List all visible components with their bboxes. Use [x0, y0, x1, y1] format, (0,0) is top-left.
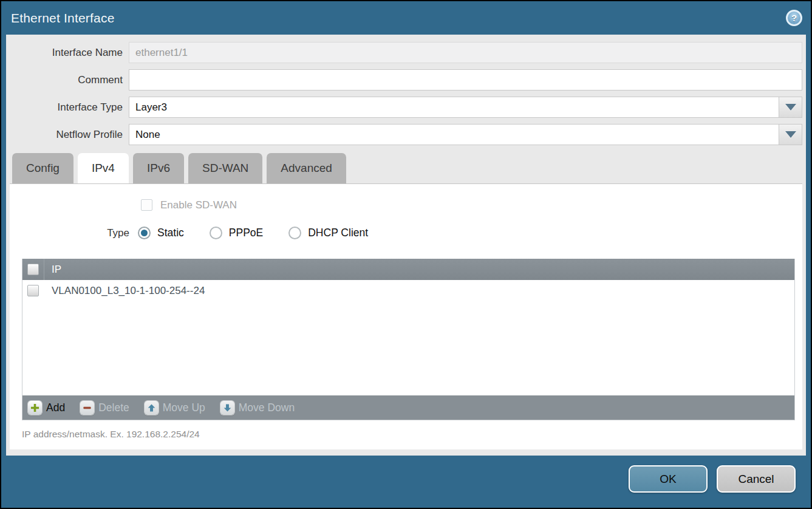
- enable-sdwan-checkbox[interactable]: [141, 199, 152, 211]
- delete-button-label: Delete: [98, 401, 129, 414]
- enable-sdwan-row: Enable SD-WAN: [141, 199, 802, 211]
- select-all-checkbox[interactable]: [27, 264, 39, 275]
- header-checkbox-cell: [22, 259, 44, 280]
- form-row-interface-name: Interface Name: [10, 42, 802, 63]
- interface-type-dropdown-button[interactable]: [779, 97, 802, 117]
- tab-config[interactable]: Config: [12, 153, 73, 183]
- interface-name-fieldwrap: [129, 42, 802, 63]
- ip-table-header: IP: [22, 259, 794, 280]
- radio-pppoe-label: PPPoE: [229, 227, 263, 239]
- ok-button[interactable]: OK: [629, 465, 708, 493]
- ip-table-toolbar: Add Delete Move Up: [22, 395, 794, 420]
- dialog-footer: OK Cancel: [1, 456, 811, 508]
- row-checkbox-cell: [22, 285, 44, 296]
- radio-static-control[interactable]: [138, 227, 151, 239]
- type-label: Type: [10, 227, 129, 239]
- add-button[interactable]: Add: [28, 401, 65, 415]
- minus-icon: [80, 401, 94, 415]
- ethernet-interface-dialog: Ethernet Interface ? Interface Name Comm…: [0, 0, 812, 509]
- dialog-title: Ethernet Interface: [11, 11, 115, 26]
- radio-dhcp-client-label: DHCP Client: [308, 227, 368, 239]
- tab-bar: Config IPv4 IPv6 SD-WAN Advanced: [12, 153, 802, 183]
- form-row-netflow-profile: Netflow Profile None: [10, 124, 802, 145]
- dialog-content: Interface Name Comment Interface Type La…: [6, 35, 806, 456]
- enable-sdwan-label: Enable SD-WAN: [160, 199, 237, 211]
- ipv4-tab-panel: Enable SD-WAN Type Static PPPoE DHCP Cli…: [10, 183, 802, 449]
- plus-icon: [28, 401, 42, 415]
- tab-ipv6[interactable]: IPv6: [133, 153, 184, 183]
- interface-name-label: Interface Name: [10, 47, 123, 59]
- interface-type-label: Interface Type: [10, 101, 123, 114]
- move-up-button-label: Move Up: [163, 401, 205, 414]
- ip-column-header: IP: [44, 264, 61, 276]
- ip-table: IP VLAN0100_L3_10-1-100-254--24: [22, 259, 795, 420]
- form-row-interface-type: Interface Type Layer3: [10, 97, 802, 118]
- move-down-button-label: Move Down: [239, 401, 295, 414]
- row-checkbox[interactable]: [27, 285, 39, 296]
- tab-sdwan[interactable]: SD-WAN: [188, 153, 262, 183]
- chevron-down-icon: [785, 104, 796, 111]
- cancel-button[interactable]: Cancel: [717, 465, 796, 493]
- arrow-up-icon: [145, 401, 159, 415]
- netflow-profile-label: Netflow Profile: [10, 129, 123, 141]
- form-row-comment: Comment: [10, 69, 802, 91]
- table-row[interactable]: VLAN0100_L3_10-1-100-254--24: [22, 280, 794, 301]
- tab-advanced[interactable]: Advanced: [267, 153, 346, 183]
- tab-ipv4[interactable]: IPv4: [78, 153, 129, 183]
- radio-pppoe-control[interactable]: [210, 227, 222, 239]
- delete-button[interactable]: Delete: [80, 401, 129, 415]
- ip-table-body: VLAN0100_L3_10-1-100-254--24: [22, 280, 794, 395]
- interface-type-combobox[interactable]: Layer3: [129, 97, 802, 118]
- chevron-down-icon: [785, 131, 796, 138]
- help-icon[interactable]: ?: [786, 10, 802, 26]
- comment-fieldwrap: [129, 69, 802, 91]
- radio-static[interactable]: Static: [138, 227, 184, 239]
- netflow-profile-combobox[interactable]: None: [129, 124, 802, 145]
- interface-name-input[interactable]: [129, 43, 802, 63]
- netflow-profile-dropdown-button[interactable]: [779, 125, 802, 145]
- radio-dhcp-client-control[interactable]: [288, 227, 301, 239]
- radio-static-label: Static: [157, 227, 184, 239]
- type-radio-group: Type Static PPPoE DHCP Client: [10, 226, 802, 240]
- netflow-profile-value: None: [129, 125, 779, 145]
- interface-type-value: Layer3: [129, 97, 779, 117]
- move-down-button[interactable]: Move Down: [220, 401, 295, 415]
- radio-dhcp-client[interactable]: DHCP Client: [288, 227, 368, 239]
- comment-input[interactable]: [129, 70, 802, 90]
- comment-label: Comment: [10, 74, 123, 86]
- title-bar: Ethernet Interface ?: [1, 1, 811, 35]
- add-button-label: Add: [46, 401, 65, 414]
- ip-cell-value[interactable]: VLAN0100_L3_10-1-100-254--24: [44, 285, 205, 297]
- move-up-button[interactable]: Move Up: [145, 401, 205, 415]
- arrow-down-icon: [220, 401, 234, 415]
- ip-format-hint: IP address/netmask. Ex. 192.168.2.254/24: [22, 429, 802, 440]
- radio-pppoe[interactable]: PPPoE: [210, 227, 263, 239]
